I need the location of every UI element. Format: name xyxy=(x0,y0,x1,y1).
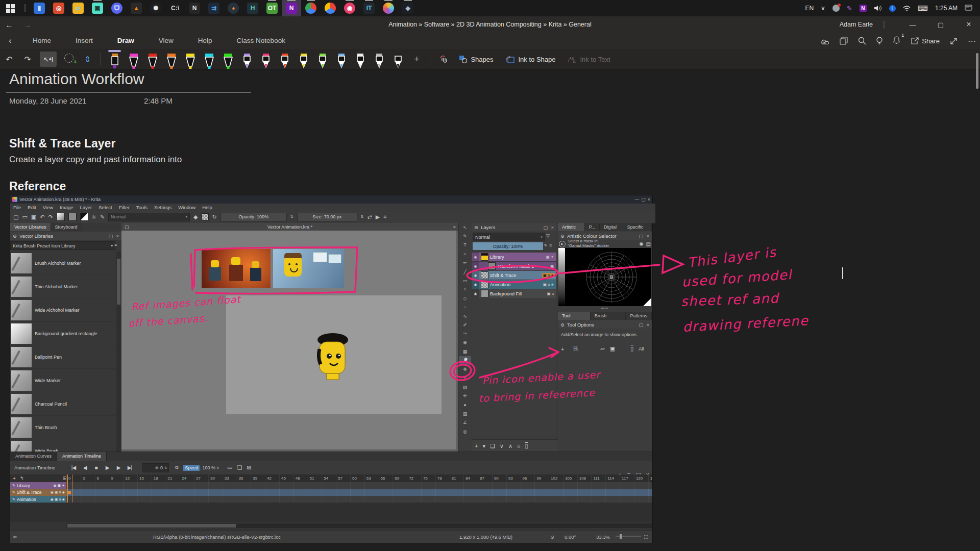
calligraphy-tool[interactable]: ≈ xyxy=(459,249,471,258)
krita-menu-window[interactable]: Window xyxy=(178,205,195,210)
minimize-button[interactable]: — xyxy=(901,16,924,33)
new-document-icon[interactable]: ▢ xyxy=(13,214,18,220)
gamut-mask-icon[interactable]: ✺ xyxy=(639,241,643,247)
current-frame-box[interactable]: ✱0⇅ xyxy=(142,463,169,472)
taskbar-app-camera-app[interactable]: ◉ xyxy=(340,0,359,16)
timeline-row-label[interactable]: ✎Shift & Trace◉▣α◈ xyxy=(10,489,66,496)
ribbon-collapse-icon[interactable]: ‹ xyxy=(0,36,20,45)
brush-preset-item[interactable]: Background gradient rectangle xyxy=(10,322,115,345)
rectangle-tool[interactable]: ▭ xyxy=(459,276,471,285)
layer-prop-icon[interactable]: ▣ xyxy=(543,282,547,287)
brush-preset-item[interactable]: Thin Alchohol Marker xyxy=(10,275,115,298)
remove-frame-icon[interactable]: ⊠ xyxy=(247,464,251,471)
layer-prop-icon[interactable]: α xyxy=(552,291,554,296)
move-layer-down-button[interactable]: ∨ xyxy=(500,443,504,449)
opacity-spin[interactable]: ⇅ xyxy=(544,243,547,247)
new-frame-icon[interactable]: ▭ xyxy=(227,464,232,471)
fg-bg-colors[interactable] xyxy=(80,213,88,221)
heading-shift-trace[interactable]: Shift & Trace Layer xyxy=(9,137,115,151)
layer-prop-icon[interactable]: ◈ xyxy=(551,273,554,278)
full-screen-icon[interactable] xyxy=(950,37,958,45)
tips-lightbulb-icon[interactable] xyxy=(876,37,883,45)
pen-highlighter-4[interactable] xyxy=(181,50,200,69)
timeline-row-library[interactable]: ✎Library◉▣✦ xyxy=(10,482,652,489)
pen-highlighter-6[interactable] xyxy=(218,50,237,69)
brush-list-scrollbar[interactable] xyxy=(116,252,121,452)
playback-speed[interactable]: Speed: 100 %⇅ xyxy=(183,464,219,472)
taskbar-app-screen-recorder[interactable]: ▣ xyxy=(88,0,107,16)
krita-menu-view[interactable]: View xyxy=(43,205,53,210)
next-frame-button[interactable]: ▶ xyxy=(113,465,124,470)
add-layer-button[interactable]: + xyxy=(475,443,478,449)
transform-tool[interactable]: ▦ xyxy=(459,347,471,356)
tab-artistic-c-[interactable]: Artistic C... xyxy=(558,223,585,231)
taskbar-app-hexagon-n[interactable]: N xyxy=(185,0,204,16)
tab-brush-presets[interactable]: Brush Presets xyxy=(591,312,626,320)
pen-marker-0[interactable] xyxy=(105,50,124,69)
brush-preset-item[interactable]: Ballpoint Pen xyxy=(10,345,115,369)
preserve-alpha-icon[interactable] xyxy=(202,213,209,220)
tab-tool-options[interactable]: Tool Options xyxy=(558,312,591,320)
delete-layer-button[interactable]: ▯ xyxy=(525,443,528,449)
krita-menu-image[interactable]: Image xyxy=(60,205,73,210)
taskbar-app-media-reel[interactable]: ✺ xyxy=(146,0,165,16)
lasso-select-tool[interactable]: + xyxy=(60,54,78,65)
canvas-rotation[interactable]: 0.00° xyxy=(565,534,576,540)
layer-prop-icon[interactable]: α xyxy=(548,282,550,287)
freehand-brush-tool[interactable]: ✏ xyxy=(459,259,471,267)
float-docker-icon[interactable]: ▢ xyxy=(543,224,548,230)
timeline-frames[interactable] xyxy=(66,496,652,503)
brush-option-icon[interactable]: ≋ xyxy=(92,214,96,220)
taskbar-app-handbrake[interactable]: H xyxy=(243,0,262,16)
tab-p-[interactable]: P... xyxy=(585,223,600,231)
gradient-tool[interactable]: ▧ xyxy=(459,383,471,391)
mirror-icon[interactable]: ⇄ xyxy=(368,214,372,220)
krita-menu-filter[interactable]: Filter xyxy=(119,205,130,210)
layer-visibility-icon[interactable]: ◉ xyxy=(472,253,479,261)
selection-icon[interactable]: ⊙ xyxy=(550,534,554,540)
open-image-button[interactable]: ▱ xyxy=(600,345,604,352)
taskbar-app-prism-app[interactable]: ◆ xyxy=(398,0,418,16)
select-objects-tool[interactable]: ↖ᴬI xyxy=(40,52,57,67)
brush-preset-item[interactable]: Wide Brush xyxy=(10,439,115,452)
save-icon[interactable]: ▣ xyxy=(31,214,36,220)
inking-mode-icon[interactable] xyxy=(434,54,453,65)
layer-visibility-icon[interactable]: ◉ xyxy=(472,289,479,298)
krita-minimize-icon[interactable]: — xyxy=(634,197,639,202)
ribbon-tab-insert[interactable]: Insert xyxy=(63,33,105,49)
library-menu-icon[interactable]: ≡ xyxy=(114,242,117,247)
page-title[interactable]: Animation Workflow xyxy=(9,70,144,88)
pen-highlighter-5[interactable] xyxy=(200,50,218,69)
taskbar-app-stream-arrows[interactable]: ⇉ xyxy=(204,0,224,16)
timeline-ruler[interactable]: 0369121518212427303336394245485154576063… xyxy=(66,474,652,482)
layer-row-background-fill[interactable]: ◉Background Fill▣α xyxy=(472,289,556,298)
tray-clock[interactable]: 1:25 AM xyxy=(935,5,958,12)
zoom-level[interactable]: 33.3% xyxy=(596,534,610,540)
delete-image-button[interactable]: ▯ xyxy=(630,345,633,352)
reload-preset-icon[interactable]: ↻ xyxy=(212,214,217,220)
sync-status-icon[interactable] xyxy=(819,37,829,44)
timeline-row-label[interactable]: ✎Library◉▣✦ xyxy=(10,482,66,489)
taskbar-app-vlc[interactable]: ▲ xyxy=(127,0,146,16)
brush-preset-item[interactable]: Brush Alchohol Marker xyxy=(10,252,115,275)
close-docker-icon[interactable]: × xyxy=(646,233,649,239)
blend-mode-combo[interactable]: Normal▾ xyxy=(108,213,190,221)
restore-button[interactable]: ▢ xyxy=(929,16,952,33)
opacity-spin[interactable]: ⇅ xyxy=(290,215,293,219)
crop-icon[interactable]: ⌗ xyxy=(383,214,386,220)
layer-prop-icon[interactable]: α xyxy=(548,273,550,278)
taskbar-app-it-tool[interactable]: IT xyxy=(359,0,379,16)
size-spin[interactable]: ⇅ xyxy=(361,215,364,219)
share-button[interactable]: Share xyxy=(911,37,940,45)
krita-menu-file[interactable]: File xyxy=(13,205,21,210)
pen-pencil-9[interactable] xyxy=(275,50,294,69)
pen-highlighter-3[interactable] xyxy=(162,50,181,69)
taskbar-app-chrome-profile-1[interactable] xyxy=(301,0,321,16)
layer-prop-icon[interactable]: ▣ xyxy=(550,264,554,268)
tray-volume-icon[interactable] xyxy=(874,5,882,12)
layer-prop-icon[interactable]: ▣ xyxy=(546,255,550,259)
color-sampler-tool[interactable]: ✛ xyxy=(459,391,471,400)
layer-properties-button[interactable]: ≡ xyxy=(517,443,520,449)
freehand-path-tool[interactable]: ✐ xyxy=(459,320,471,329)
krita-menu-select[interactable]: Select xyxy=(99,205,112,210)
